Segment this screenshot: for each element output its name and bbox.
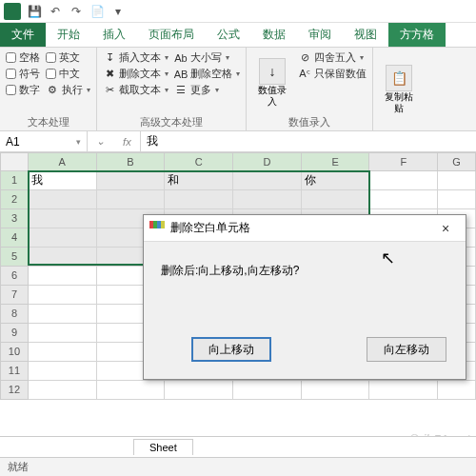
- insert-text-button[interactable]: ↧插入文本▾: [103, 50, 169, 65]
- row-header[interactable]: 10: [0, 343, 29, 362]
- select-all-corner[interactable]: [0, 152, 29, 171]
- cut-icon: ✂: [103, 84, 116, 97]
- formula-input[interactable]: 我: [141, 131, 476, 151]
- row-header[interactable]: 2: [0, 190, 29, 209]
- delete-blank-button[interactable]: AB删除空格▾: [174, 67, 240, 81]
- chk-symbol[interactable]: 符号: [6, 67, 40, 81]
- cell[interactable]: [97, 190, 166, 209]
- cell[interactable]: [438, 171, 476, 190]
- cell[interactable]: [29, 324, 97, 343]
- row-header[interactable]: 5: [0, 248, 29, 267]
- fx-buttons[interactable]: ⌄fx: [88, 131, 141, 151]
- cell[interactable]: [369, 381, 438, 400]
- cell[interactable]: [29, 343, 97, 362]
- execute-button[interactable]: ⚙执行▾: [46, 83, 90, 97]
- case-button[interactable]: Ab大小写▾: [174, 50, 240, 65]
- cell[interactable]: [438, 190, 476, 209]
- cell[interactable]: 我: [29, 171, 97, 190]
- cell[interactable]: [233, 190, 302, 209]
- cell[interactable]: [29, 209, 97, 228]
- cell[interactable]: 和: [165, 171, 233, 190]
- cell[interactable]: [165, 381, 233, 400]
- chk-number[interactable]: 数字: [6, 83, 40, 97]
- chk-chinese[interactable]: 中文: [46, 67, 90, 81]
- tab-view[interactable]: 视图: [343, 23, 388, 47]
- cell[interactable]: [233, 381, 302, 400]
- row-header[interactable]: 6: [0, 267, 29, 286]
- cell[interactable]: [29, 286, 97, 305]
- delete-icon: ✖: [103, 68, 116, 81]
- tab-home[interactable]: 开始: [46, 23, 91, 47]
- ribbon-group-advtext: ↧插入文本▾ ✖删除文本▾ ✂截取文本▾ Ab大小写▾ AB删除空格▾ ☰更多▾…: [97, 48, 247, 130]
- dialog-titlebar[interactable]: 删除空白单元格 ×: [144, 215, 466, 242]
- numeric-input-button[interactable]: ↓ 数值录 入: [252, 50, 292, 114]
- move-left-button[interactable]: 向左移动: [367, 337, 446, 362]
- cell[interactable]: [165, 190, 233, 209]
- col-header[interactable]: C: [165, 152, 233, 171]
- tab-formula[interactable]: 公式: [206, 23, 251, 47]
- row-header[interactable]: 7: [0, 286, 29, 305]
- row-header[interactable]: 8: [0, 305, 29, 324]
- col-header[interactable]: F: [369, 152, 438, 171]
- undo-button[interactable]: ↶: [46, 3, 65, 20]
- row-header[interactable]: 9: [0, 324, 29, 343]
- extract-text-button[interactable]: ✂截取文本▾: [103, 83, 169, 97]
- arrow-down-icon: ↓: [259, 58, 286, 85]
- col-header[interactable]: G: [438, 152, 476, 171]
- col-header[interactable]: E: [302, 152, 370, 171]
- cell[interactable]: [29, 267, 97, 286]
- round-button[interactable]: ⊘四舍五入▾: [298, 50, 367, 65]
- tab-file[interactable]: 文件: [0, 23, 46, 47]
- col-header[interactable]: B: [97, 152, 166, 171]
- redo-button[interactable]: ↷: [67, 3, 86, 20]
- keep-number-button[interactable]: Aᶜ只保留数值: [298, 67, 367, 81]
- row-header[interactable]: 3: [0, 209, 29, 228]
- cell[interactable]: [97, 381, 166, 400]
- cell[interactable]: 你: [302, 171, 370, 190]
- cell[interactable]: [302, 190, 370, 209]
- col-header[interactable]: D: [233, 152, 302, 171]
- cell[interactable]: [369, 190, 438, 209]
- tab-layout[interactable]: 页面布局: [137, 23, 206, 47]
- cell[interactable]: [97, 171, 166, 190]
- move-up-button[interactable]: 向上移动: [191, 337, 271, 362]
- cell[interactable]: [29, 305, 97, 324]
- ribbon-group-numeric: ↓ 数值录 入 ⊘四舍五入▾ Aᶜ只保留数值 数值录入: [247, 48, 373, 130]
- ribbon-group-paste: 📋 复制粘 贴: [373, 48, 425, 130]
- quick-access-toolbar: 💾 ↶ ↷ 📄 ▾: [25, 3, 128, 20]
- row-header[interactable]: 1: [0, 171, 29, 190]
- delete-text-button[interactable]: ✖删除文本▾: [103, 67, 169, 81]
- close-button[interactable]: ×: [431, 221, 460, 236]
- row-header[interactable]: 4: [0, 228, 29, 248]
- cell[interactable]: [438, 381, 476, 400]
- row-header[interactable]: 12: [0, 381, 29, 400]
- tab-addon-active[interactable]: 方方格: [388, 23, 446, 47]
- cell[interactable]: [29, 362, 97, 381]
- cell[interactable]: [29, 248, 97, 267]
- insert-icon: ↧: [103, 51, 116, 65]
- tab-review[interactable]: 审阅: [297, 23, 343, 47]
- more-button[interactable]: ☰更多▾: [174, 83, 240, 97]
- cell[interactable]: [29, 190, 97, 209]
- copy-paste-button[interactable]: 📋 复制粘 贴: [379, 50, 419, 129]
- chk-blank[interactable]: 空格: [6, 50, 40, 65]
- cell[interactable]: [302, 381, 370, 400]
- tab-data[interactable]: 数据: [251, 23, 297, 47]
- cell[interactable]: [233, 171, 302, 190]
- more-icon: ☰: [174, 84, 188, 97]
- cell[interactable]: [29, 381, 97, 400]
- tab-insert[interactable]: 插入: [91, 23, 137, 47]
- sheet-tab[interactable]: Sheet: [133, 439, 193, 455]
- open-button[interactable]: 📄: [88, 3, 107, 20]
- qat-customize[interactable]: ▾: [109, 3, 128, 20]
- cell[interactable]: [29, 228, 97, 248]
- name-box[interactable]: A1▾: [0, 131, 88, 151]
- row-header[interactable]: 11: [0, 362, 29, 381]
- keep-icon: Aᶜ: [298, 68, 311, 81]
- group-label-numeric: 数值录入: [252, 114, 367, 129]
- sheet-tabs: Sheet: [0, 436, 476, 457]
- col-header[interactable]: A: [29, 152, 97, 171]
- cell[interactable]: [369, 171, 438, 190]
- chk-english[interactable]: 英文: [46, 50, 90, 65]
- save-button[interactable]: 💾: [25, 3, 44, 20]
